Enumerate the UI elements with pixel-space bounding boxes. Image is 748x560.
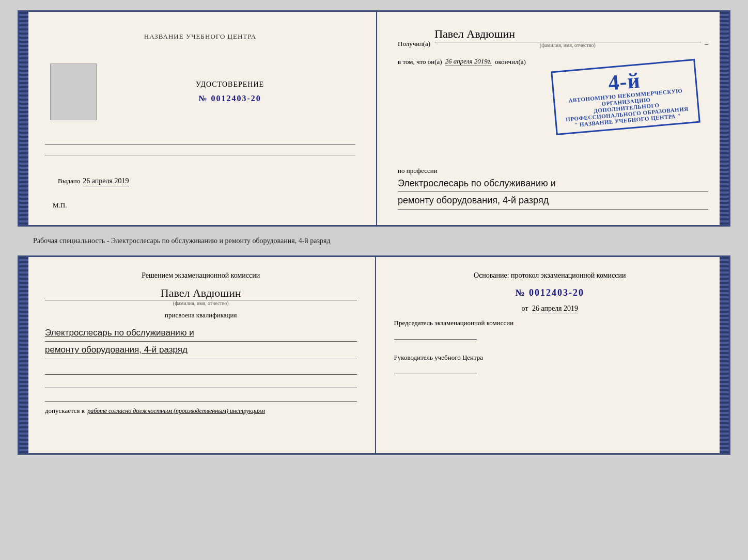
qualification-line2: ремонту оборудования, 4-й разряд [45, 342, 357, 359]
top-left-title: НАЗВАНИЕ УЧЕБНОГО ЦЕНТРА [144, 33, 256, 41]
spine-right-bottom [720, 257, 729, 453]
permit-prefix: допускается к [45, 407, 85, 415]
bottom-document: Решением экзаменационной комиссии Павел … [18, 255, 730, 455]
protocol-number: № 0012403-20 [394, 287, 706, 298]
cert-label: УДОСТОВЕРЕНИЕ [196, 81, 264, 89]
text1-prefix: в том, что он(а) [398, 58, 442, 66]
recipient-sublabel: (фамилия, имя, отчество) [434, 42, 700, 48]
director-block: Руководитель учебного Центра [394, 354, 706, 374]
sig-line-3 [45, 391, 357, 402]
date-block: от 26 апреля 2019 [394, 305, 706, 313]
spine-right-top [720, 12, 729, 225]
profession-line1: Электрослесарь по обслуживанию и [398, 175, 708, 192]
middle-text: Рабочая специальность - Электрослесарь п… [18, 233, 730, 249]
bottom-left-panel: Решением экзаменационной комиссии Павел … [19, 257, 376, 453]
recipient-prefix: Получил(а) [398, 40, 430, 48]
sig-line-1 [45, 364, 357, 375]
basis-text: Основание: протокол экзаменационной коми… [394, 270, 706, 281]
cert-number: № 0012403-20 [198, 94, 261, 103]
bottom-right-panel: Основание: протокол экзаменационной коми… [376, 257, 729, 453]
profession-line2: ремонту оборудования, 4-й разряд [398, 192, 708, 209]
top-left-panel: НАЗВАНИЕ УЧЕБНОГО ЦЕНТРА УДОСТОВЕРЕНИЕ №… [19, 12, 377, 225]
director-sig-line [394, 364, 477, 374]
top-document: НАЗВАНИЕ УЧЕБНОГО ЦЕНТРА УДОСТОВЕРЕНИЕ №… [18, 10, 730, 227]
permit-text: работе согласно должностным (производств… [87, 407, 265, 415]
assigned-text: присвоена квалификация [45, 311, 357, 319]
profession-label: по профессии [398, 167, 708, 175]
qualification-line1: Электрослесарь по обслуживанию и [45, 325, 357, 342]
top-right-panel: Получил(а) Павел Авдюшин (фамилия, имя, … [377, 12, 729, 225]
mp-label: М.П. [53, 201, 67, 210]
date-value: 26 апреля 2019 [532, 305, 578, 313]
issued-date: 26 апреля 2019 [83, 177, 129, 186]
issued-label: Выдано [58, 177, 80, 185]
date-prefix: от [521, 305, 528, 312]
permit-block: допускается к работе согласно должностны… [45, 407, 357, 415]
chairman-sig-line [394, 329, 477, 340]
photo-placeholder [50, 63, 97, 120]
director-label: Руководитель учебного Центра [394, 354, 706, 362]
text1-suffix: окончил(а) [495, 58, 526, 66]
sig-line-2 [45, 378, 357, 388]
person-name: Павел Авдюшин [45, 286, 357, 300]
text1-date: 26 апреля 2019г. [445, 57, 492, 66]
decision-text: Решением экзаменационной комиссии [45, 270, 357, 281]
page-wrapper: НАЗВАНИЕ УЧЕБНОГО ЦЕНТРА УДОСТОВЕРЕНИЕ №… [18, 10, 730, 455]
recipient-name: Павел Авдюшин [434, 27, 700, 42]
signature-lines [45, 364, 357, 402]
chairman-block: Председатель экзаменационной комиссии [394, 319, 706, 340]
stamp: 4-й АВТОНОМНУЮ НЕКОММЕРЧЕСКУЮ ОРГАНИЗАЦИ… [551, 59, 700, 135]
person-sublabel: (фамилия, имя, отчество) [173, 300, 229, 306]
chairman-label: Председатель экзаменационной комиссии [394, 319, 706, 327]
